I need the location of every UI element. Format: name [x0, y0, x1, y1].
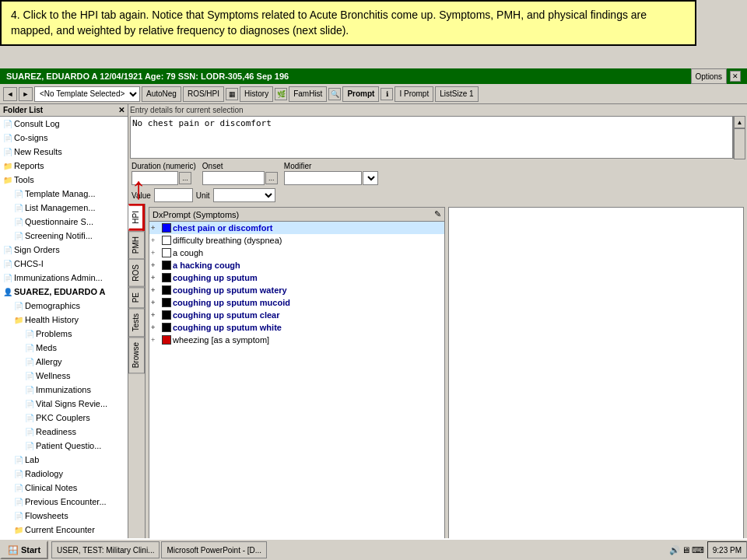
folder-tree-item[interactable]: 📄Flowsheets — [0, 509, 128, 523]
folder-tree-item[interactable]: 📄Template Manag... — [0, 187, 128, 201]
taskbar-item-military[interactable]: USER, TEST: Military Clini... — [51, 541, 160, 558]
nav-fwd-button[interactable]: ► — [19, 87, 33, 101]
tree-item-label: Problems — [36, 329, 128, 338]
ros-hpi-button[interactable]: ROS/HPI — [183, 86, 224, 102]
folder-tree-item[interactable]: 👤SUAREZ, EDUARDO A — [0, 285, 128, 299]
options-button[interactable]: Options — [691, 68, 727, 84]
value-unit-row: Value Unit — [128, 187, 747, 204]
dx-list-item[interactable]: +wheezing [as a symptom] — [149, 334, 444, 346]
folder-tree-item[interactable]: 📄List Managemen... — [0, 201, 128, 215]
duration-picker-btn[interactable]: ... — [179, 172, 191, 184]
folder-tree-item[interactable]: 📄Immunizations — [0, 383, 128, 397]
tray-icon-sound: 🔊 — [669, 545, 680, 555]
dx-header: DxPrompt (Symptoms) ✎ — [149, 208, 444, 222]
dx-list-item[interactable]: +a cough — [149, 247, 444, 259]
annotation-text: Click to the HPI tab again. Notice that … — [11, 9, 647, 37]
folder-tree-item[interactable]: 📄Vital Signs Revie... — [0, 397, 128, 411]
prompt-button[interactable]: Prompt — [342, 86, 379, 102]
dx-color-box — [162, 236, 171, 245]
folder-tree-item[interactable]: 📄Immunizations Admin... — [0, 271, 128, 285]
tree-item-label: CHCS-I — [14, 259, 128, 268]
dx-list-item[interactable]: +coughing up sputum — [149, 271, 444, 284]
entry-scrollbar[interactable]: ▲ ▼ — [733, 116, 745, 159]
tab-tests[interactable]: Tests — [128, 308, 145, 337]
folder-tree-item[interactable]: 📄Screening Notifi... — [0, 229, 128, 243]
folder-tree-item[interactable]: 📄Previous Encounter... — [0, 495, 128, 509]
unit-select[interactable] — [213, 188, 275, 202]
start-label: Start — [21, 545, 40, 555]
folder-tree-item[interactable]: 📄Wellness — [0, 369, 128, 383]
folder-tree-item[interactable]: 📄Patient Questio... — [0, 439, 128, 453]
folder-close-button[interactable]: ✕ — [118, 106, 124, 114]
folder-tree-item[interactable]: 📄Demographics — [0, 299, 128, 313]
folder-tree-item[interactable]: 📄Sign Orders — [0, 243, 128, 257]
folder-tree-item[interactable]: 📄Lab — [0, 453, 128, 467]
tree-item-label: Patient Questio... — [36, 441, 128, 450]
doc-icon: 📄 — [23, 439, 36, 452]
dx-plus-icon: + — [151, 249, 160, 257]
folder-tree-item[interactable]: 📄Radiology — [0, 467, 128, 481]
doc-icon: 📄 — [23, 383, 36, 396]
doc-icon: 📄 — [23, 411, 36, 424]
folder-tree-item[interactable]: 📁Tools — [0, 173, 128, 187]
folder-tree-item[interactable]: 📄PKC Couplers — [0, 411, 128, 425]
modifier-input[interactable] — [284, 171, 362, 185]
folder-tree-item[interactable]: 📄Clinical Notes — [0, 481, 128, 495]
folder-tree-item[interactable]: 📄New Results — [0, 145, 128, 159]
dx-list-item[interactable]: +coughing up sputum clear — [149, 309, 444, 321]
folder-tree-item[interactable]: 📁Current Encounter — [0, 523, 128, 537]
tab-pe[interactable]: PE — [128, 287, 145, 308]
fam-hist-button[interactable]: FamHist — [289, 86, 327, 102]
taskbar-items: USER, TEST: Military Clini... Microsoft … — [48, 541, 666, 558]
taskbar-item-powerpoint[interactable]: Microsoft PowerPoint - [D... — [161, 541, 267, 558]
dx-item-text: coughing up sputum — [173, 273, 443, 282]
onset-picker-btn[interactable]: ... — [265, 172, 278, 184]
modifier-group: Modifier — [284, 162, 378, 185]
tab-ros[interactable]: ROS — [128, 259, 145, 287]
tree-item-label: Immunizations — [36, 385, 128, 394]
tab-browse[interactable]: Browse — [128, 337, 145, 373]
tab-pmh[interactable]: PMH — [128, 231, 145, 259]
dx-color-box — [162, 273, 171, 282]
i-prompt-button[interactable]: I Prompt — [395, 86, 433, 102]
list-size-button[interactable]: ListSize 1 — [435, 86, 478, 102]
folder-tree-item[interactable]: 📄Questionnaire S... — [0, 215, 128, 229]
scroll-up-btn[interactable]: ▲ — [734, 116, 745, 128]
folder-tree-item[interactable]: 📄Meds — [0, 341, 128, 355]
dx-list-item[interactable]: +a hacking cough — [149, 259, 444, 271]
dx-list-item[interactable]: +difficulty breathing (dyspnea) — [149, 234, 444, 247]
folder-tree-item[interactable]: 📁Health History — [0, 313, 128, 327]
history-button[interactable]: History — [240, 86, 273, 102]
folder-icon: 📁 — [12, 313, 25, 326]
scroll-thumb[interactable] — [734, 128, 745, 159]
annotation-number: 4. — [11, 9, 20, 21]
entry-input[interactable] — [130, 116, 733, 159]
nav-back-button[interactable]: ◄ — [3, 87, 17, 101]
modifier-select[interactable] — [363, 171, 378, 185]
doc-icon: 📄 — [12, 509, 25, 522]
template-select[interactable]: <No Template Selected> — [34, 86, 140, 102]
patient-bar: SUAREZ, EDUARDO A 12/04/1921 Age: 79 SSN… — [0, 68, 747, 84]
dx-edit-icon[interactable]: ✎ — [434, 209, 441, 219]
folder-tree-item[interactable]: 📄Allergy — [0, 355, 128, 369]
dx-list-item[interactable]: +coughing up sputum white — [149, 321, 444, 334]
auto-neg-button[interactable]: AutoNeg — [142, 86, 181, 102]
dx-list-item[interactable]: +coughing up sputum mucoid — [149, 296, 444, 309]
scroll-track — [734, 128, 745, 146]
dx-list-item[interactable]: +coughing up sputum watery — [149, 284, 444, 296]
folder-tree-item[interactable]: 📄Consult Log — [0, 117, 128, 131]
doc-icon: 📄 — [12, 481, 25, 494]
onset-input[interactable] — [202, 171, 265, 185]
dx-list-item[interactable]: +chest pain or discomfort — [149, 222, 444, 234]
dx-color-box — [162, 223, 171, 233]
value-input[interactable] — [154, 188, 193, 202]
folder-tree-item[interactable]: 📄CHCS-I — [0, 257, 128, 271]
window-close-button[interactable]: ✕ — [730, 71, 741, 82]
start-button[interactable]: 🪟 Start — [0, 541, 48, 559]
folder-tree-item[interactable]: 📁Reports — [0, 159, 128, 173]
tree-item-label: List Managemen... — [25, 203, 128, 212]
folder-tree-item[interactable]: 📄Readiness — [0, 425, 128, 439]
folder-tree-item[interactable]: 📄Co-signs — [0, 131, 128, 145]
tree-item-label: Health History — [25, 315, 128, 324]
folder-tree-item[interactable]: 📄Problems — [0, 327, 128, 341]
